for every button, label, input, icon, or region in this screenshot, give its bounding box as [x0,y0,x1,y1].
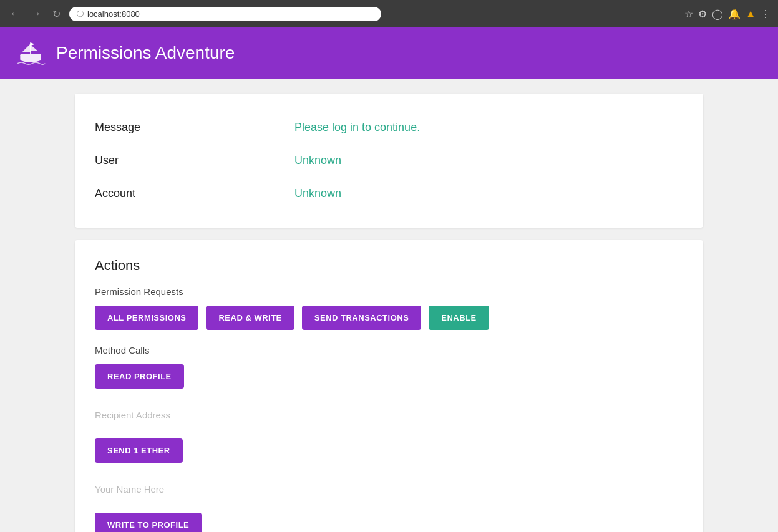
actions-title: Actions [95,258,683,274]
send-transactions-button[interactable]: SEND TRANSACTIONS [302,306,422,330]
read-profile-group: READ PROFILE [95,364,683,389]
address-bar[interactable]: ⓘ localhost:8080 [69,7,381,21]
all-permissions-button[interactable]: ALL PERMISSIONS [95,306,198,330]
account-row: Account Unknown [95,177,683,210]
enable-button[interactable]: ENABLE [429,306,489,330]
user-label: User [95,154,294,167]
svg-rect-0 [20,54,41,60]
read-profile-button[interactable]: READ PROFILE [95,364,184,389]
user-value: Unknown [294,154,341,167]
forward-button[interactable]: → [29,6,44,22]
notification-icon[interactable]: 🔔 [728,8,741,20]
back-button[interactable]: ← [7,6,22,22]
message-row: Message Please log in to continue. [95,111,683,144]
actions-card: Actions Permission Requests ALL PERMISSI… [75,240,703,532]
read-write-button[interactable]: READ & WRITE [206,306,294,330]
extensions-icon[interactable]: ⚙ [698,8,707,20]
ship-logo-icon [15,37,46,69]
fox-icon[interactable]: ▲ [746,8,756,19]
main-content: Message Please log in to continue. User … [0,79,778,532]
message-value: Please log in to continue. [294,121,420,134]
user-row: User Unknown [95,144,683,177]
menu-icon[interactable]: ⋮ [761,8,771,20]
permission-buttons-group: ALL PERMISSIONS READ & WRITE SEND TRANSA… [95,306,683,330]
browser-actions: ☆ ⚙ ◯ 🔔 ▲ ⋮ [684,8,771,20]
write-profile-button[interactable]: WRITE TO PROFILE [95,513,202,532]
send-ether-button[interactable]: SEND 1 ETHER [95,438,183,463]
write-profile-group: WRITE TO PROFILE [95,513,683,532]
message-label: Message [95,121,294,134]
send-ether-group: SEND 1 ETHER [95,438,683,463]
account-label: Account [95,187,294,200]
browser-chrome: ← → ↻ ⓘ localhost:8080 ☆ ⚙ ◯ 🔔 ▲ ⋮ [0,0,778,27]
url-text: localhost:8080 [87,9,140,19]
reload-button[interactable]: ↻ [50,6,63,22]
app-title: Permissions Adventure [56,43,235,63]
your-name-input[interactable] [95,478,683,501]
account-value: Unknown [294,187,341,200]
method-calls-label: Method Calls [95,345,683,355]
app-header: Permissions Adventure [0,27,778,79]
lock-icon: ⓘ [77,9,84,19]
info-card: Message Please log in to continue. User … [75,94,703,228]
permission-requests-label: Permission Requests [95,286,683,297]
recipient-address-input[interactable] [95,404,683,427]
bookmark-icon[interactable]: ☆ [684,8,693,20]
profile-icon[interactable]: ◯ [712,8,723,20]
method-calls-section: Method Calls READ PROFILE SEND 1 ETHER W… [95,345,683,532]
